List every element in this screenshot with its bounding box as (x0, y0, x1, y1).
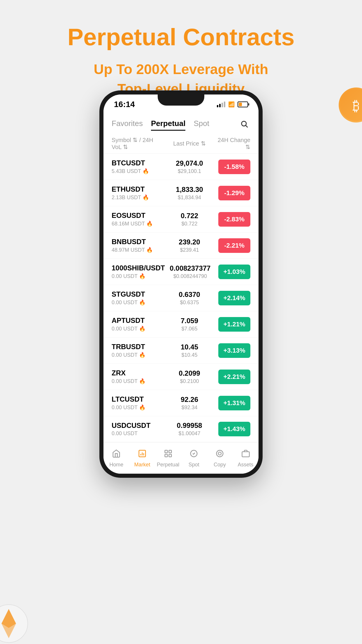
tab-spot[interactable]: Spot (194, 117, 209, 131)
battery-icon (238, 102, 248, 107)
coin-usd-price: $7.065 (164, 326, 215, 332)
coin-volume: 68.16M USDT 🔥 (112, 220, 164, 227)
coin-symbol: ZRX (112, 369, 164, 377)
assets-nav-icon (239, 447, 252, 460)
svg-text:₿: ₿ (353, 98, 360, 113)
coin-symbol: APTUSDT (112, 316, 164, 325)
coin-row[interactable]: APTUSDT 0.00 USDT 🔥 7.059 $7.065 +1.21% (103, 311, 259, 337)
coin-change-col: -2.21% (215, 238, 250, 253)
coin-symbol: EOSUSDT (112, 211, 164, 220)
nav-item-market[interactable]: Market (131, 447, 154, 468)
search-button[interactable] (238, 118, 250, 130)
svg-rect-6 (169, 450, 171, 453)
coin-price-col: 10.45 $10.45 (164, 343, 215, 358)
coin-price-col: 7.059 $7.065 (164, 317, 215, 332)
coin-row[interactable]: ETHUSDT 2.13B USDT 🔥 1,833.30 $1,834.94 … (103, 180, 259, 206)
coin-change-col: -2.83% (215, 212, 250, 227)
nav-item-spot[interactable]: Spot (182, 447, 205, 468)
coin-row[interactable]: LTCUSDT 0.00 USDT 🔥 92.26 $92.34 +1.31% (103, 390, 259, 416)
nav-label-home: Home (109, 462, 123, 468)
nav-item-copy[interactable]: Copy (208, 447, 231, 468)
coin-last-price: 7.059 (164, 317, 215, 325)
coin-volume: 0.00 USDT 🔥 (112, 378, 164, 384)
coin-change-col: +1.21% (215, 317, 250, 332)
coin-usd-price: $239.41 (164, 247, 215, 253)
coin-usd-price: $1,834.94 (164, 195, 215, 201)
coin-change-col: +1.03% (215, 265, 250, 279)
svg-line-3 (246, 125, 247, 127)
deco-eth-icon (0, 603, 29, 644)
nav-label-assets: Assets (238, 462, 254, 468)
coin-info: 1000SHIB/USDT 0.00 USDT 🔥 (112, 264, 165, 279)
change-badge: +1.43% (218, 422, 250, 436)
tab-perpetual[interactable]: Perpetual (151, 117, 186, 131)
notch (158, 94, 204, 106)
coin-symbol: 1000SHIB/USDT (112, 264, 165, 272)
coin-symbol: LTCUSDT (112, 395, 164, 403)
coin-info: EOSUSDT 68.16M USDT 🔥 (112, 211, 164, 227)
coin-change-col: +3.13% (215, 343, 250, 358)
coin-last-price: 0.008237377 (165, 264, 215, 272)
coin-row[interactable]: ZRX 0.00 USDT 🔥 0.2099 $0.2100 +2.21% (103, 364, 259, 390)
coin-price-col: 1,833.30 $1,834.94 (164, 186, 215, 201)
coin-volume: 0.00 USDT 🔥 (112, 326, 164, 332)
copy-nav-icon (213, 447, 226, 460)
svg-point-10 (218, 452, 221, 455)
nav-label-perpetual: Perpetual (157, 462, 179, 468)
nav-label-market: Market (134, 462, 150, 468)
change-badge: -1.29% (218, 186, 250, 200)
tabs-container: Favorites Perpetual Spot (112, 117, 209, 131)
coin-volume: 5.43B USDT 🔥 (112, 168, 164, 174)
coin-change-col: +1.43% (215, 422, 250, 436)
coin-row[interactable]: EOSUSDT 68.16M USDT 🔥 0.722 $0.722 -2.83… (103, 206, 259, 232)
col-price[interactable]: Last Price ⇅ (164, 140, 215, 147)
coin-row[interactable]: BTCUSDT 5.43B USDT 🔥 29,074.0 $29,100.1 … (103, 154, 259, 180)
coin-last-price: 10.45 (164, 343, 215, 351)
coin-row[interactable]: 1000SHIB/USDT 0.00 USDT 🔥 0.008237377 $0… (103, 259, 259, 285)
coin-price-col: 0.6370 $0.6375 (164, 290, 215, 306)
coin-row[interactable]: USDCUSDT 0.00 USDT 0.99958 $1.00047 +1.4… (103, 416, 259, 442)
change-badge: +1.31% (218, 396, 250, 410)
coin-last-price: 1,833.30 (164, 186, 215, 194)
coin-info: BTCUSDT 5.43B USDT 🔥 (112, 159, 164, 174)
nav-label-spot: Spot (189, 462, 199, 468)
coin-usd-price: $92.34 (164, 405, 215, 411)
coin-volume: 0.00 USDT 🔥 (112, 299, 164, 306)
col-change[interactable]: 24H Change ⇅ (215, 137, 250, 150)
coin-volume: 0.00 USDT (112, 430, 164, 437)
coin-volume: 48.97M USDT 🔥 (112, 247, 164, 253)
nav-item-perpetual[interactable]: Perpetual (157, 447, 180, 468)
coin-change-col: -1.29% (215, 186, 250, 200)
subtitle-highlight: 200X (136, 62, 169, 77)
search-icon (240, 120, 248, 128)
coin-info: USDCUSDT 0.00 USDT (112, 421, 164, 437)
coin-usd-price: $10.45 (164, 352, 215, 358)
svg-rect-7 (165, 454, 167, 457)
coin-last-price: 0.6370 (164, 290, 215, 299)
svg-rect-5 (165, 450, 167, 453)
coin-symbol: BNBUSDT (112, 238, 164, 246)
coin-change-col: -1.58% (215, 160, 250, 174)
coin-row[interactable]: STGUSDT 0.00 USDT 🔥 0.6370 $0.6375 +2.14… (103, 285, 259, 311)
tab-favorites[interactable]: Favorites (112, 117, 143, 131)
coin-last-price: 0.99958 (164, 421, 215, 430)
coin-info: STGUSDT 0.00 USDT 🔥 (112, 290, 164, 306)
coin-usd-price: $0.008244790 (165, 273, 215, 279)
status-time: 16:14 (114, 100, 135, 109)
phone-frame: 16:14 📶 Favorites Perpetual Spot (99, 90, 263, 478)
coin-price-col: 29,074.0 $29,100.1 (164, 159, 215, 174)
coin-info: ZRX 0.00 USDT 🔥 (112, 369, 164, 384)
perpetual-nav-icon (162, 447, 175, 460)
coin-volume: 0.00 USDT 🔥 (112, 404, 164, 411)
main-title: Perpetual Contracts (0, 23, 362, 51)
nav-item-home[interactable]: Home (105, 447, 128, 468)
coin-row[interactable]: TRBUSDT 0.00 USDT 🔥 10.45 $10.45 +3.13% (103, 337, 259, 364)
coin-price-col: 0.008237377 $0.008244790 (165, 264, 215, 279)
col-symbol[interactable]: Symbol ⇅ / 24H VoL ⇅ (112, 136, 164, 150)
coin-row[interactable]: BNBUSDT 48.97M USDT 🔥 239.20 $239.41 -2.… (103, 232, 259, 259)
nav-item-assets[interactable]: Assets (234, 447, 257, 468)
change-badge: +2.14% (218, 291, 250, 305)
coin-price-col: 0.99958 $1.00047 (164, 421, 215, 437)
coin-symbol: TRBUSDT (112, 343, 164, 351)
svg-rect-8 (169, 454, 171, 457)
